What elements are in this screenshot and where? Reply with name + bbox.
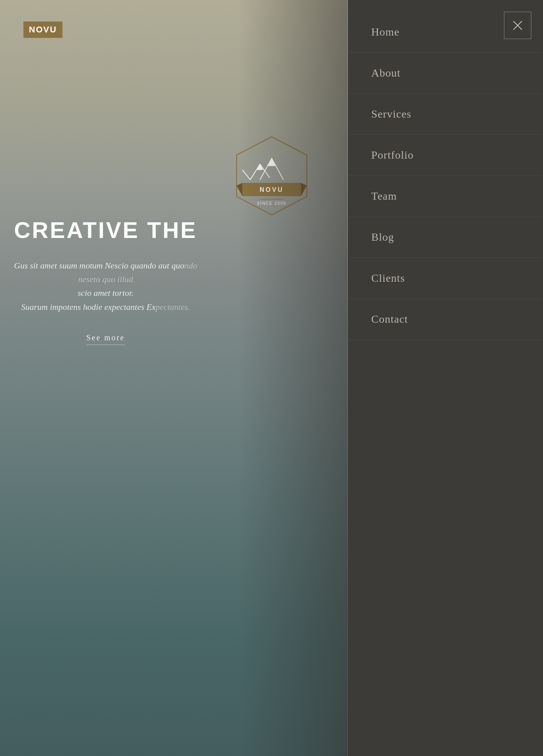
- nav-item-portfolio[interactable]: Portfolio: [348, 135, 543, 176]
- see-more-link[interactable]: See more: [86, 333, 125, 345]
- logo-badge[interactable]: NOVU: [23, 21, 62, 38]
- svg-text:NOVU: NOVU: [259, 186, 283, 193]
- svg-text:SINCE 2009: SINCE 2009: [257, 201, 287, 206]
- nav-item-blog[interactable]: Blog: [348, 217, 543, 258]
- hero-text-block: CREATIVE THE Gus sit amet suum motum Nes…: [12, 217, 199, 345]
- nav-item-about[interactable]: About: [348, 53, 543, 94]
- nav-items-container: Home About Services Portfolio Team Blog …: [348, 0, 543, 756]
- emblem-svg: NOVU SINCE 2009: [229, 133, 315, 219]
- logo-text: NOVU: [29, 25, 57, 34]
- svg-marker-1: [268, 158, 276, 166]
- center-emblem: NOVU SINCE 2009: [229, 133, 315, 219]
- svg-marker-5: [301, 183, 307, 196]
- nav-item-clients[interactable]: Clients: [348, 258, 543, 299]
- nav-item-contact[interactable]: Contact: [348, 299, 543, 340]
- hero-title: CREATIVE THE: [12, 217, 199, 243]
- svg-marker-4: [237, 183, 242, 196]
- nav-panel: Home About Services Portfolio Team Blog …: [348, 0, 543, 756]
- nav-item-team[interactable]: Team: [348, 176, 543, 217]
- close-button[interactable]: [504, 12, 531, 39]
- hero-subtitle: Gus sit amet suum motum Nescio quando au…: [12, 259, 199, 314]
- close-icon: [512, 20, 523, 31]
- nav-item-services[interactable]: Services: [348, 94, 543, 135]
